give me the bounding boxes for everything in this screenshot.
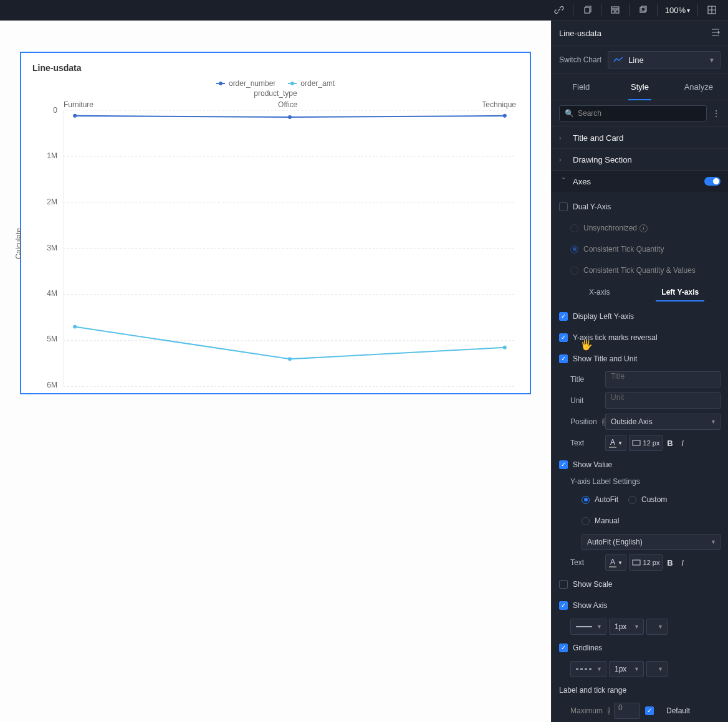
more-icon[interactable]: ⋮ (712, 109, 721, 118)
chevron-down-icon: ▼ (711, 539, 716, 545)
legend-label: order_amt (300, 79, 335, 88)
autofit-radio[interactable] (582, 496, 590, 504)
search-input[interactable]: 🔍 Search (559, 105, 707, 121)
x-tick-label: Office (278, 100, 297, 109)
grid-line-width-select[interactable]: 1px▼ (609, 661, 644, 677)
x-tick-label: Furniture (64, 100, 93, 109)
y-tick-label: 5M (47, 335, 57, 343)
grid-icon[interactable] (702, 0, 722, 20)
info-icon[interactable]: i (639, 224, 648, 232)
chevron-down-icon: ▼ (658, 624, 663, 630)
axes-toggle[interactable] (704, 177, 721, 186)
value-font-color-btn[interactable]: A▼ (605, 554, 626, 571)
legend-swatch-blue (216, 83, 225, 84)
gridlines-checkbox[interactable] (559, 644, 568, 652)
show-scale-checkbox[interactable] (559, 580, 568, 589)
dual-y-checkbox[interactable] (559, 202, 568, 211)
search-placeholder: Search (578, 109, 601, 118)
font-bg-btn[interactable]: 12 px (629, 435, 663, 451)
axis-line-color-select[interactable]: ▼ (646, 619, 668, 635)
value-font-bg-btn[interactable]: 12 px (629, 554, 663, 571)
svg-point-20 (503, 346, 507, 349)
manual-radio[interactable] (582, 517, 590, 525)
axis-line-width-select[interactable]: 1px▼ (609, 619, 644, 635)
chevron-down-icon: ▼ (634, 624, 639, 630)
svg-rect-5 (640, 7, 645, 12)
chart-card[interactable]: Line-usdata order_number order_amt produ… (20, 52, 531, 394)
axes-section-body: Dual Y-Axis Unsynchronized i Consistent … (552, 192, 728, 722)
svg-rect-4 (641, 6, 646, 11)
autofit-lang-select[interactable]: AutoFit (English) ▼ (582, 534, 721, 550)
legend-item-order-amt[interactable]: order_amt (288, 79, 335, 88)
collapse-panel-icon[interactable] (711, 27, 721, 39)
grid-line-color-select[interactable]: ▼ (646, 661, 668, 677)
search-row: 🔍 Search ⋮ (552, 100, 728, 126)
grid-line-style-select[interactable]: ▼ (570, 661, 606, 677)
chart-legend: order_number order_amt (32, 79, 519, 88)
link-icon[interactable] (549, 0, 569, 20)
consistent-qty-radio (570, 245, 578, 254)
x-axis-title: product_type (32, 89, 519, 98)
show-title-unit-checkbox[interactable] (559, 354, 568, 363)
y-tick-label: 0 (53, 106, 57, 115)
unsync-radio (570, 224, 578, 232)
tab-field[interactable]: Field (552, 74, 610, 100)
svg-rect-1 (611, 7, 619, 9)
tab-analyze[interactable]: Analyze (669, 74, 728, 100)
svg-point-16 (288, 115, 292, 119)
show-axis-checkbox[interactable] (559, 601, 568, 610)
font-color-btn[interactable]: A▼ (605, 435, 626, 451)
axis-line-style-select[interactable]: ▼ (570, 619, 606, 635)
italic-btn[interactable]: I (678, 435, 687, 451)
switch-chart-label: Switch Chart (559, 55, 601, 64)
zoom-select[interactable]: 100%▾ (661, 6, 694, 15)
separator (629, 4, 630, 16)
axis-unit-input[interactable]: Unit (605, 392, 721, 409)
section-title-and-card[interactable]: › Title and Card (552, 126, 728, 148)
svg-point-19 (288, 357, 292, 361)
chevron-down-icon: ▼ (711, 419, 716, 425)
solid-line-icon (576, 626, 592, 627)
chevron-right-icon: › (559, 135, 568, 141)
left-y-axis-tab[interactable]: Left Y-axis (640, 284, 721, 300)
copy-icon[interactable] (577, 0, 597, 20)
y-tick-label: 3M (47, 244, 57, 252)
show-value-checkbox[interactable] (559, 460, 568, 469)
top-toolbar: 100%▾ (0, 0, 728, 21)
separator (697, 4, 698, 16)
max-default-checkbox[interactable] (645, 706, 654, 715)
tab-style[interactable]: Style (610, 74, 669, 100)
info-icon[interactable]: i (608, 707, 610, 715)
chevron-right-icon: › (559, 156, 568, 163)
tick-reversal-checkbox[interactable] (559, 333, 568, 342)
max-input[interactable]: 0 (614, 703, 640, 719)
section-axes[interactable]: › Axes (552, 170, 728, 192)
properties-panel: Line-usdata Switch Chart Line ▼ Field St… (551, 21, 728, 722)
chevron-down-icon: ▼ (658, 666, 663, 672)
yaxis-label-settings-label: Y-axis Label Settings (559, 477, 721, 486)
section-drawing[interactable]: › Drawing Section (552, 148, 728, 170)
axis-title-input[interactable]: Title (605, 371, 721, 387)
chevron-down-icon: ▼ (596, 666, 602, 672)
legend-swatch-cyan (288, 83, 297, 84)
display-left-y-checkbox[interactable] (559, 312, 568, 321)
zoom-value: 100% (665, 6, 686, 15)
custom-radio[interactable] (628, 496, 636, 504)
search-icon: 🔍 (565, 109, 574, 118)
canvas-area: Line-usdata order_number order_amt produ… (0, 21, 551, 722)
x-axis-tab[interactable]: X-axis (559, 284, 640, 300)
svg-point-18 (73, 325, 77, 329)
svg-point-15 (73, 114, 77, 118)
stack-icon[interactable] (633, 0, 653, 20)
svg-rect-3 (616, 10, 619, 13)
value-bold-btn[interactable]: B (665, 554, 675, 571)
chart-type-select[interactable]: Line ▼ (608, 51, 721, 69)
position-select[interactable]: Outside Axis ▼ (605, 414, 721, 430)
legend-item-order-number[interactable]: order_number (216, 79, 275, 88)
layout-icon[interactable] (605, 0, 625, 20)
svg-rect-21 (633, 440, 640, 445)
y-axis-title: Calculate (14, 227, 23, 259)
value-italic-btn[interactable]: I (678, 554, 687, 571)
bold-btn[interactable]: B (665, 435, 675, 451)
separator (573, 4, 573, 16)
